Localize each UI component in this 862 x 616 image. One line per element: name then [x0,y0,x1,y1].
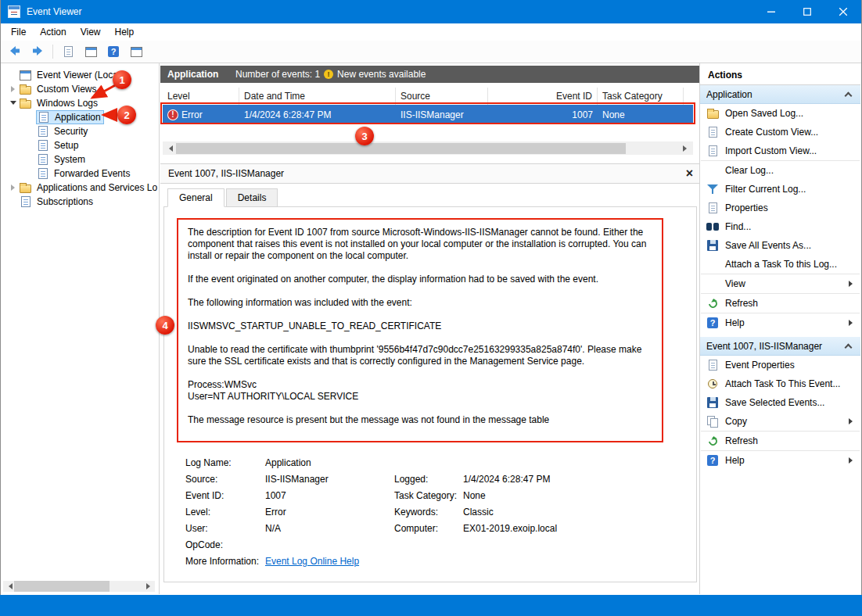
tree-item-subscriptions[interactable]: Subscriptions [2,195,159,209]
tree-item-security[interactable]: Security [2,124,159,138]
scrollbar-thumb[interactable] [176,143,626,154]
expand-toggle[interactable] [8,184,19,191]
expand-toggle[interactable] [8,98,19,108]
tree-item-event-viewer-local[interactable]: Event Viewer (Local) [2,68,159,82]
actions-group-application-header[interactable]: Application [700,85,860,104]
action-save-all-events-as[interactable]: Save All Events As... [700,236,860,255]
expand-toggle[interactable] [8,86,19,92]
field-row-more-information: More Information: Event Log Online Help [164,553,696,569]
action-create-custom-view[interactable]: Create Custom View... [700,123,860,141]
scroll-left-button[interactable] [163,141,176,155]
minimize-button[interactable] [753,0,789,23]
filter-funnel-icon [706,183,719,195]
action-import-custom-view[interactable]: Import Custom View... [700,141,860,160]
column-header-event-id[interactable]: Event ID [488,88,598,105]
menu-action[interactable]: Action [33,24,73,40]
list-horizontal-scrollbar[interactable] [163,141,693,155]
menu-bar: File Action View Help [1,23,861,41]
maximize-button[interactable] [789,0,825,23]
tree-item-setup[interactable]: Setup [2,138,159,152]
tree-item-label: Windows Logs [34,97,100,109]
action-attach-task-to-event[interactable]: Attach Task To This Event... [700,374,860,393]
chevron-up-icon [845,343,853,351]
scrollbar-track[interactable] [14,581,144,592]
tree-item-system[interactable]: System [2,152,159,167]
scroll-left-button[interactable] [3,581,14,592]
event-description[interactable]: The description for Event ID 1007 from s… [180,221,664,442]
export-document-icon [64,46,73,57]
action-view[interactable]: View [700,274,860,293]
description-paragraph: Unable to read the certificate with thum… [188,344,656,367]
action-open-saved-log[interactable]: Open Saved Log... [700,104,860,123]
action-find[interactable]: Find... [700,217,860,236]
chevron-up-icon [845,91,853,99]
toolbar [1,41,861,63]
tree-item-applications-and-services-logs[interactable]: Applications and Services Lo [2,181,159,195]
forward-button[interactable] [30,44,45,59]
action-copy[interactable]: Copy [700,412,860,431]
action-filter-current-log[interactable]: Filter Current Log... [700,180,860,199]
menu-file[interactable]: File [4,24,33,40]
action-properties[interactable]: Properties [700,199,860,217]
scroll-right-button[interactable] [144,581,155,592]
tab-general[interactable]: General [167,188,224,207]
folder-icon [19,83,32,95]
export-list-button[interactable] [60,44,76,59]
cell-level: Error [163,109,239,120]
action-save-selected-events[interactable]: Save Selected Events... [700,393,860,412]
column-header-date-time[interactable]: Date and Time [239,88,396,105]
menu-help[interactable]: Help [108,24,142,40]
event-row-selected[interactable]: Error 1/4/2024 6:28:47 PM IIS-IISManager… [163,105,693,124]
actions-group-event-header[interactable]: Event 1007, IIS-IISManager [700,337,860,356]
back-button[interactable] [7,44,23,59]
tree-item-custom-views[interactable]: Custom Views [2,82,159,96]
open-folder-icon [706,107,719,120]
close-detail-icon[interactable]: × [686,167,693,180]
field-row-level-keywords: Level: Error Keywords: Classic [164,503,696,520]
column-header-level[interactable]: Level [163,88,239,105]
column-header-source[interactable]: Source [396,88,488,105]
column-header-task-category[interactable]: Task Category [598,88,684,105]
triangle-left-icon [166,145,173,152]
title-bar: Event Viewer [1,0,861,23]
folder-icon [19,97,32,109]
description-paragraph: The description for Event ID 1007 from s… [188,227,656,262]
field-value: N/A [265,523,394,534]
action-label: Open Saved Log... [725,108,856,119]
scrollbar-track[interactable] [176,143,680,154]
error-icon [167,109,178,120]
results-header: Application Number of events: 1 New even… [160,66,701,83]
action-label: View [725,278,849,289]
action-help-event[interactable]: Help [700,451,860,470]
menu-view[interactable]: View [74,24,108,40]
scroll-right-button[interactable] [680,141,693,155]
field-row-opcode: OpCode: [164,536,696,553]
tree-horizontal-scrollbar[interactable] [3,581,155,592]
action-attach-task-to-log[interactable]: Attach a Task To this Log... [700,255,860,274]
tree-item-windows-logs[interactable]: Windows Logs [2,96,159,110]
tab-details[interactable]: Details [226,188,278,207]
submenu-arrow-icon [849,418,856,424]
selected-tree-item: Application [36,110,104,124]
scrollbar-thumb[interactable] [14,581,110,592]
properties-icon [706,359,719,371]
show-action-pane-button[interactable] [128,44,144,59]
event-log-online-help-link[interactable]: Event Log Online Help [265,556,359,567]
help-button[interactable] [106,44,121,59]
tree-item-label: Application [52,111,103,124]
action-event-properties[interactable]: Event Properties [700,356,860,374]
tree-item-forwarded-events[interactable]: Forwarded Events [2,167,159,181]
new-events-text: New events available [337,69,426,80]
cell-event-id: 1007 [488,109,598,120]
action-clear-log[interactable]: Clear Log... [700,161,860,180]
console-root-icon [19,69,32,81]
field-label: OpCode: [185,539,265,550]
close-button[interactable] [825,0,861,23]
properties-icon [706,202,719,214]
show-console-tree-button[interactable] [83,44,99,59]
action-refresh[interactable]: Refresh [700,294,860,313]
action-help[interactable]: Help [700,313,860,332]
action-refresh-event[interactable]: Refresh [700,432,860,450]
tree-item-label: System [52,153,88,166]
blank-icon [706,258,719,270]
